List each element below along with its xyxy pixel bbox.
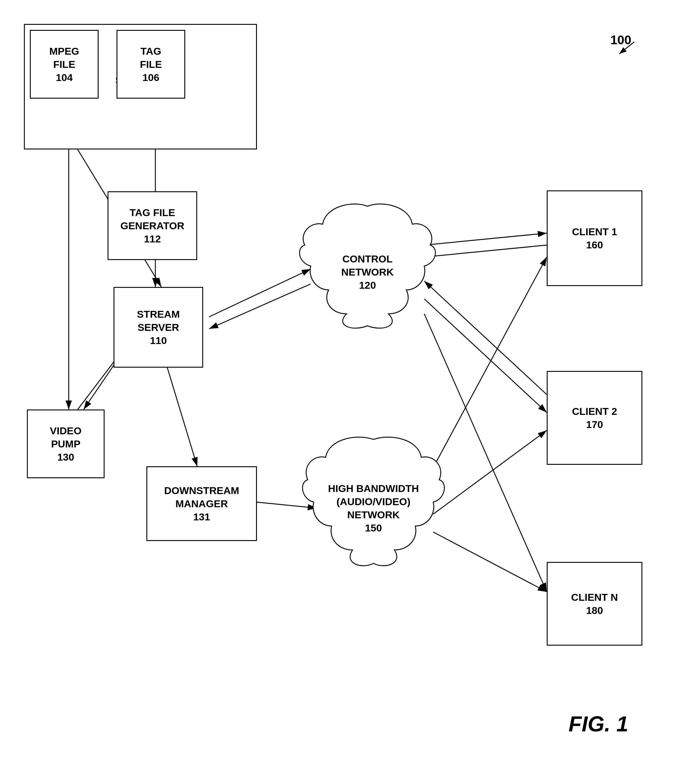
control-network-cloud: CONTROLNETWORK120	[299, 197, 436, 347]
svg-line-9	[209, 269, 311, 317]
tag-file-generator-box: TAG FILEGENERATOR 112	[108, 191, 197, 260]
svg-line-8	[167, 368, 197, 466]
svg-line-14	[424, 299, 547, 412]
fig-label: FIG. 1	[568, 712, 628, 736]
diagram-container: STORAGE 140 MPEGFILE 104 TAGFILE 106 TAG…	[0, 0, 700, 784]
tag-file-box: TAGFILE 106	[117, 30, 185, 98]
svg-line-17	[433, 430, 547, 514]
svg-line-13	[424, 245, 547, 257]
svg-line-10	[209, 284, 311, 329]
svg-line-20	[619, 42, 634, 54]
clientN-box: CLIENT N 180	[547, 562, 642, 646]
hb-network-cloud: HIGH BANDWIDTH(AUDIO/VIDEO)NETWORK150	[299, 430, 448, 586]
ref-arrow	[613, 39, 637, 57]
client2-box: CLIENT 2 170	[547, 371, 642, 465]
video-pump-box: VIDEOPUMP 130	[27, 409, 105, 478]
svg-line-15	[424, 281, 547, 395]
stream-server-box: STREAMSERVER 110	[113, 287, 203, 368]
client1-box: CLIENT 1 160	[547, 190, 642, 286]
downstream-manager-box: DOWNSTREAMMANAGER 131	[147, 466, 257, 541]
svg-line-18	[433, 532, 547, 592]
mpeg-file-box: MPEGFILE 104	[30, 30, 98, 98]
svg-line-12	[424, 233, 547, 245]
